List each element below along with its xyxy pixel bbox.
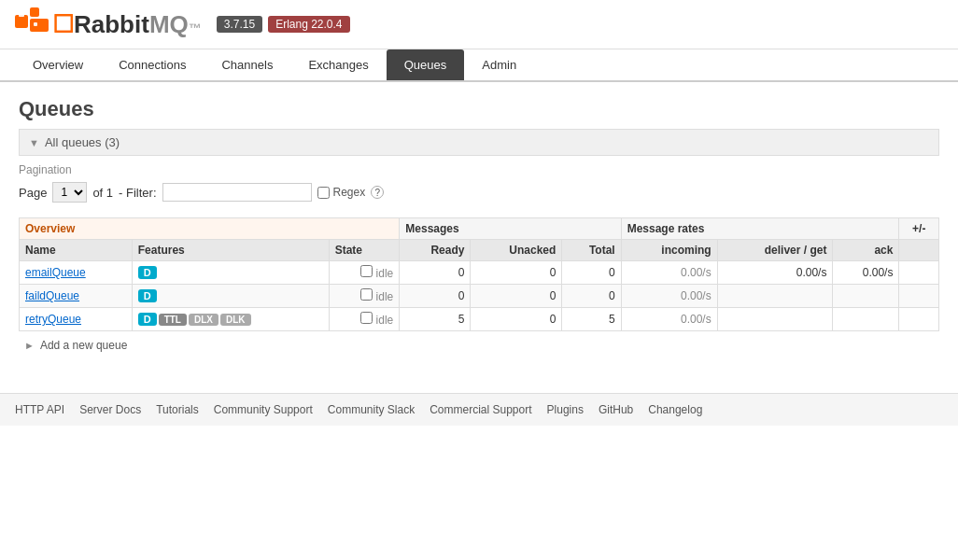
help-icon[interactable]: ? (371, 186, 384, 199)
queue-name[interactable]: emailQueue (20, 261, 133, 285)
table-col-header: Name Features State Ready Unacked Total … (20, 240, 939, 261)
footer: HTTP API Server Docs Tutorials Community… (0, 393, 958, 426)
pagination-row: Page 1 of 1 - Filter: Regex ? (19, 182, 939, 203)
svg-rect-0 (15, 15, 28, 28)
col-ready: Ready (400, 240, 471, 261)
queue-incoming: 0.00/s (621, 308, 717, 331)
queue-ack (833, 285, 899, 308)
col-features: Features (132, 240, 329, 261)
col-unacked: Unacked (471, 240, 562, 261)
queue-features: D (132, 261, 329, 285)
queue-ready: 0 (400, 261, 471, 285)
table-row: faildQueueDidle0000.00/s (20, 285, 939, 308)
queue-deliver-get (717, 285, 833, 308)
footer-server-docs[interactable]: Server Docs (79, 403, 141, 416)
queue-total: 0 (562, 261, 621, 285)
page-select[interactable]: 1 (52, 182, 87, 203)
queue-extra (899, 308, 939, 331)
col-incoming: incoming (621, 240, 717, 261)
svg-rect-4 (34, 22, 37, 26)
filter-input[interactable] (162, 183, 312, 202)
queue-total: 0 (562, 285, 621, 308)
group-rates: Message rates (621, 218, 899, 240)
queue-state: idle (329, 308, 400, 331)
queue-ack (833, 308, 899, 331)
footer-commercial-support[interactable]: Commercial Support (430, 403, 531, 416)
queue-total: 5 (562, 308, 621, 331)
nav-connections[interactable]: Connections (101, 49, 204, 80)
svg-rect-3 (19, 11, 24, 17)
regex-checkbox[interactable] (317, 187, 330, 199)
col-name: Name (20, 240, 133, 261)
page-title: Queues (19, 97, 939, 121)
svg-rect-2 (30, 19, 49, 32)
nav-exchanges[interactable]: Exchanges (290, 49, 386, 80)
section-arrow: ▼ (29, 137, 39, 148)
table-row: emailQueueDidle0000.00/s0.00/s0.00/s (20, 261, 939, 285)
queue-extra (899, 261, 939, 285)
page-label: Page (19, 186, 47, 200)
page-of: of 1 (92, 186, 113, 200)
main-content: Queues ▼ All queues (3) Pagination Page … (0, 82, 958, 374)
plus-minus-btn[interactable]: +/- (899, 218, 939, 240)
filter-label: - Filter: (119, 186, 156, 200)
footer-http-api[interactable]: HTTP API (15, 403, 64, 416)
col-state: State (329, 240, 400, 261)
queue-ack: 0.00/s (833, 261, 899, 285)
queue-ready: 5 (400, 308, 471, 331)
queue-extra (899, 285, 939, 308)
add-queue-label: Add a new queue (40, 339, 127, 352)
main-nav: Overview Connections Channels Exchanges … (0, 49, 958, 82)
queue-incoming: 0.00/s (621, 285, 717, 308)
logo: ☐RabbitMQ™ (15, 7, 202, 41)
svg-rect-1 (30, 7, 39, 17)
group-messages: Messages (400, 218, 621, 240)
queue-ready: 0 (400, 285, 471, 308)
erlang-badge: Erlang 22.0.4 (268, 16, 349, 33)
group-overview: Overview (20, 218, 400, 240)
queue-features: D (132, 285, 329, 308)
regex-label[interactable]: Regex (317, 186, 366, 199)
logo-text: ☐RabbitMQ™ (52, 10, 202, 39)
col-total: Total (562, 240, 621, 261)
queue-deliver-get: 0.00/s (717, 261, 833, 285)
section-header[interactable]: ▼ All queues (3) (19, 129, 939, 156)
footer-github[interactable]: GitHub (599, 403, 633, 416)
table-group-header: Overview Messages Message rates +/- (20, 218, 939, 240)
nav-queues[interactable]: Queues (387, 49, 465, 80)
footer-community-support[interactable]: Community Support (214, 403, 313, 416)
nav-overview[interactable]: Overview (15, 49, 101, 80)
queue-deliver-get (717, 308, 833, 331)
add-queue-arrow: ► (24, 340, 35, 351)
rabbitmq-logo-icon (15, 7, 49, 41)
queues-table: Overview Messages Message rates +/- Name… (19, 217, 939, 331)
queue-state: idle (329, 261, 400, 285)
queue-unacked: 0 (471, 308, 562, 331)
add-queue[interactable]: ► Add a new queue (19, 331, 939, 359)
queue-unacked: 0 (471, 285, 562, 308)
col-ack: ack (833, 240, 899, 261)
header: ☐RabbitMQ™ 3.7.15 Erlang 22.0.4 (0, 0, 958, 49)
queue-name[interactable]: faildQueue (20, 285, 133, 308)
footer-plugins[interactable]: Plugins (547, 403, 584, 416)
queue-features: DTTLDLXDLK (132, 308, 329, 331)
queue-unacked: 0 (471, 261, 562, 285)
section-label: All queues (3) (45, 135, 120, 149)
footer-community-slack[interactable]: Community Slack (328, 403, 415, 416)
footer-tutorials[interactable]: Tutorials (156, 403, 199, 416)
nav-channels[interactable]: Channels (204, 49, 290, 80)
footer-changelog[interactable]: Changelog (648, 403, 702, 416)
col-deliver-get: deliver / get (717, 240, 833, 261)
queue-state: idle (329, 285, 400, 308)
nav-admin[interactable]: Admin (464, 49, 534, 80)
pagination-label: Pagination (19, 163, 939, 176)
queue-incoming: 0.00/s (621, 261, 717, 285)
version-badge: 3.7.15 (217, 16, 262, 33)
table-row: retryQueueDTTLDLXDLKidle5050.00/s (20, 308, 939, 331)
queue-name[interactable]: retryQueue (20, 308, 133, 331)
